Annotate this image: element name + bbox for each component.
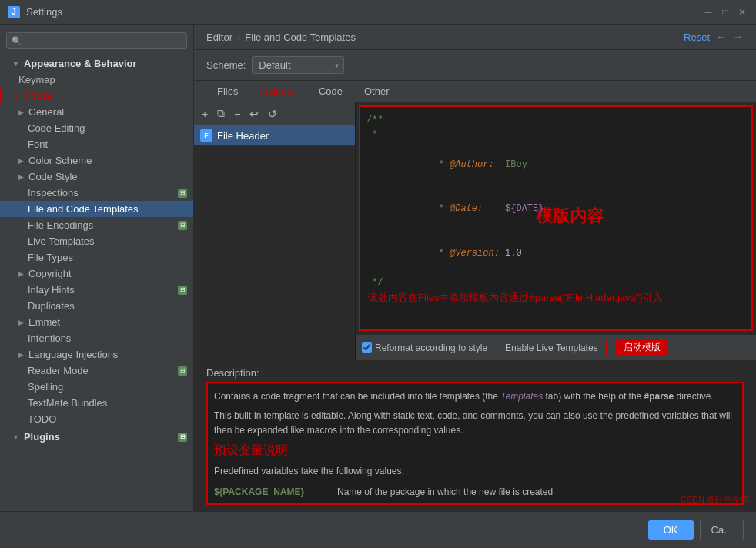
content-area: Editor › File and Code Templates Reset ←… [194,25,756,511]
window-title: Settings [26,6,702,18]
add-template-button[interactable]: + [199,106,211,122]
arrow-icon: ▼ [12,92,19,100]
sidebar-item-inlay-hints[interactable]: Inlay Hints ⊟ [0,282,193,298]
reformat-checkbox-wrap: Reformat according to style [362,342,487,353]
search-box[interactable]: 🔍 [6,32,187,49]
sidebar-item-copyright[interactable]: ▶ Copyright [0,266,193,282]
desc-text-1: Contains a code fragment that can be inc… [214,389,736,404]
scheme-select[interactable]: Default [252,56,344,74]
sidebar-item-label: Appearance & Behavior [24,58,137,69]
code-area: /** * * @Author: IBoy * @Date: ${DATE} *… [356,102,756,360]
sidebar-item-file-code-templates[interactable]: File and Code Templates [0,201,193,217]
forward-button[interactable]: → [733,31,744,43]
sidebar-item-code-style[interactable]: ▶ Code Style [0,169,193,185]
sidebar-item-code-editing[interactable]: Code Editing [0,120,193,136]
sidebar-item-appearance[interactable]: ▼ Appearance & Behavior [0,55,193,72]
ok-button[interactable]: OK [648,520,694,540]
sidebar-item-editor[interactable]: ▼ Editor [0,88,193,104]
sidebar-section-appearance: ▼ Appearance & Behavior Keymap ▼ Editor … [0,54,193,429]
sidebar-item-inspections[interactable]: Inspections ⊟ [0,185,193,201]
revert-template-button[interactable]: ↩ [246,106,262,122]
desc-overlay-red: 预设变量说明 [214,440,736,460]
sidebar-item-file-types[interactable]: File Types [0,249,193,266]
tab-files[interactable]: Files [206,81,249,102]
sidebar-item-font[interactable]: Font [0,136,193,152]
back-button[interactable]: ← [716,31,727,43]
breadcrumb-current: File and Code Templates [245,32,356,43]
file-icon: F [200,129,212,142]
sidebar-item-keymap[interactable]: Keymap [0,72,193,88]
file-list-items: F File Header [194,125,355,360]
desc-predefined-label: Predefined variables take the following … [214,464,736,479]
sidebar-item-label: Live Templates [28,236,94,247]
desc-var-name-1: ${PACKAGE_NAME} [214,483,337,501]
title-bar: J Settings ─ □ ✕ [0,0,756,25]
code-line-3: * @Author: IBoy [366,142,745,187]
undo-template-button[interactable]: ↺ [265,106,280,122]
sidebar-item-language-injections[interactable]: ▶ Language Injections [0,346,193,363]
cancel-button[interactable]: Ca... [700,520,744,540]
enable-live-templates-button[interactable]: Enable Live Templates [497,339,607,356]
inspections-indicator: ⊟ [178,189,187,198]
sidebar-item-label: Code Style [28,171,78,182]
sidebar-item-todo[interactable]: TODO [0,411,193,427]
encodings-indicator: ⊟ [178,221,187,230]
sidebar-item-label: Duplicates [28,300,75,312]
sidebar-item-label: TODO [28,413,56,425]
sidebar-item-general[interactable]: ▶ General [0,104,193,120]
reformat-checkbox[interactable] [362,342,372,353]
sidebar-item-textmate[interactable]: TextMate Bundles [0,395,193,411]
sidebar-item-intentions[interactable]: Intentions [0,330,193,346]
sidebar-item-file-encodings[interactable]: File Encodings ⊟ [0,217,193,233]
desc-var-row-2: ${USER} Current user system login name [214,502,736,505]
minimize-button[interactable]: ─ [702,6,714,18]
code-editor[interactable]: /** * * @Author: IBoy * @Date: ${DATE} *… [359,105,753,331]
close-button[interactable]: ✕ [736,6,748,18]
desc-var-desc-1: Name of the package in which the new fil… [337,483,736,501]
file-list-toolbar: + ⧉ − ↩ ↺ [194,102,355,125]
start-button[interactable]: 启动模版 [616,339,668,356]
tab-code[interactable]: Code [308,81,353,102]
code-line-2: * [366,128,745,142]
sidebar-item-reader-mode[interactable]: Reader Mode ⊟ [0,363,193,379]
desc-var-name-2: ${USER} [214,502,337,505]
sidebar-item-label: Color Scheme [28,155,92,166]
maximize-button[interactable]: □ [719,6,731,18]
sidebar-item-live-templates[interactable]: Live Templates [0,233,193,249]
arrow-icon: ▶ [18,157,24,165]
sidebar-item-duplicates[interactable]: Duplicates [0,298,193,314]
code-line-5: * @Version: 1.0 [366,232,745,276]
plugins-indicator: ⊟ [178,433,187,442]
header-actions: Reset ← → [684,31,744,43]
desc-vars-table: ${PACKAGE_NAME} Name of the package in w… [214,483,736,505]
file-item-label: File Header [217,130,269,142]
sidebar-item-emmet[interactable]: ▶ Emmet [0,314,193,330]
tab-includes[interactable]: Includes [249,81,307,102]
editor-bottom-bar: Reformat according to style Enable Live … [356,334,756,360]
tab-other[interactable]: Other [353,81,400,102]
scheme-label: Scheme: [206,59,246,71]
desc-text-2: This built-in template is editable. Alon… [214,409,736,438]
overlay-template-desc: 该处内容在Files中添加模板内容通过#parse("File Hiader.j… [368,290,744,306]
copy-template-button[interactable]: ⧉ [214,105,228,122]
arrow-icon: ▼ [12,60,19,68]
reformat-label: Reformat according to style [375,342,487,353]
bottom-bar: OK Ca... [0,511,756,548]
reset-button[interactable]: Reset [684,32,710,43]
desc-italic-templates: Templates [500,391,543,402]
app-icon: J [8,6,20,18]
scheme-select-wrap: Default [252,56,344,74]
breadcrumb: Editor › File and Code Templates [206,32,679,43]
search-input[interactable] [25,35,182,46]
sidebar-item-spelling[interactable]: Spelling [0,379,193,395]
file-list: + ⧉ − ↩ ↺ F File Header [194,102,356,360]
sidebar-item-label: Intentions [28,332,71,344]
main-layout: 🔍 ▼ Appearance & Behavior Keymap ▼ Edito… [0,25,756,511]
sidebar-item-color-scheme[interactable]: ▶ Color Scheme [0,152,193,169]
desc-var-row-1: ${PACKAGE_NAME} Name of the package in w… [214,483,736,501]
arrow-icon: ▶ [18,351,24,359]
remove-template-button[interactable]: − [231,106,243,122]
sidebar: 🔍 ▼ Appearance & Behavior Keymap ▼ Edito… [0,25,194,511]
file-item-file-header[interactable]: F File Header [194,125,355,145]
sidebar-item-plugins[interactable]: ▼ Plugins ⊟ [0,429,193,445]
